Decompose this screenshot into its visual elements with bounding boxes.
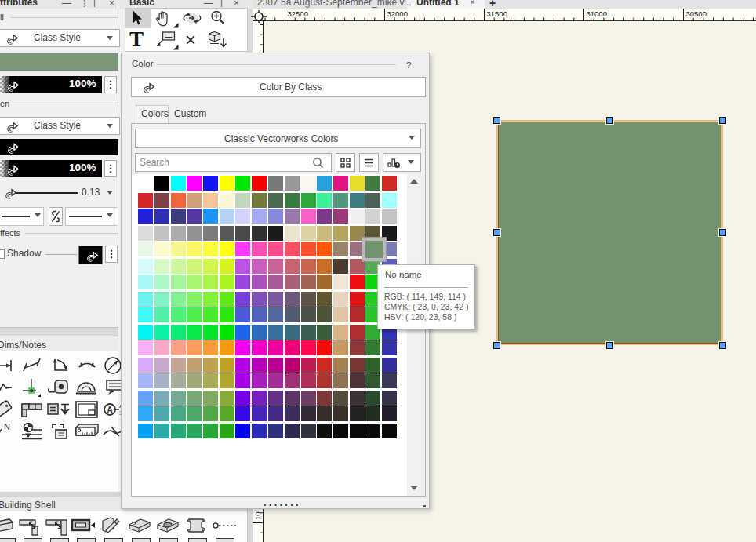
svg-text:A: A bbox=[107, 406, 112, 414]
svg-text:31000: 31000 bbox=[587, 9, 607, 18]
svg-text:N: N bbox=[4, 422, 10, 431]
svg-text:30500: 30500 bbox=[686, 9, 707, 18]
svg-text:32500: 32500 bbox=[288, 9, 308, 18]
svg-text:31500: 31500 bbox=[487, 9, 507, 18]
svg-text:10: 10 bbox=[253, 511, 262, 520]
svg-text:32000: 32000 bbox=[387, 9, 408, 18]
